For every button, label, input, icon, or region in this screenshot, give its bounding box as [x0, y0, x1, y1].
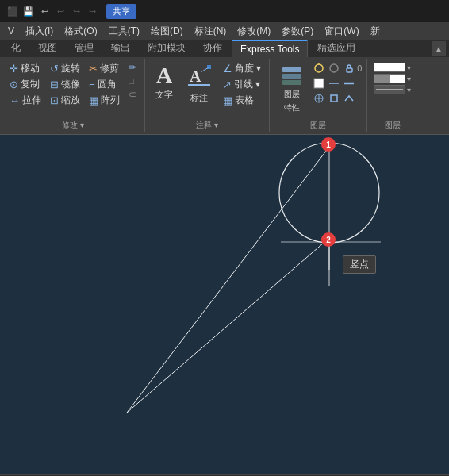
edit-btn2[interactable]: □	[125, 75, 140, 87]
move-button[interactable]: ✛ 移动	[6, 61, 44, 76]
menu-item-tools[interactable]: 工具(T)	[104, 23, 144, 40]
fillet-icon: ⌐	[89, 79, 95, 90]
layer-icon5[interactable]	[327, 91, 341, 106]
fillet-button[interactable]: ⌐ 圆角	[86, 77, 123, 92]
lineweight-box[interactable]	[374, 85, 405, 94]
tab-output[interactable]: 输出	[103, 38, 138, 57]
edit-btn3[interactable]: ⊂	[125, 88, 140, 101]
mark-button[interactable]: A 标注	[182, 61, 217, 107]
color-arrow[interactable]: ▾	[407, 63, 411, 72]
layer-row3	[312, 91, 362, 106]
svg-rect-3	[207, 65, 211, 69]
svg-point-9	[330, 64, 338, 72]
tab-collab[interactable]: 协作	[195, 38, 230, 57]
light-off-icon	[328, 63, 340, 74]
tab-express[interactable]: Express Tools	[232, 40, 308, 57]
layer-props-icon	[281, 64, 303, 86]
menu-item-format[interactable]: 格式(O)	[59, 23, 102, 40]
undo-arrow-icon[interactable]: ↩	[54, 5, 67, 17]
undo-icon[interactable]: ↩	[38, 5, 51, 17]
mirror-icon: ⊟	[50, 79, 59, 90]
mark-icon: A	[186, 64, 212, 90]
leader-button[interactable]: ↗ 引线 ▾	[220, 77, 264, 92]
svg-line-18	[127, 147, 329, 413]
edit-icon2: □	[129, 75, 134, 86]
table-button[interactable]: ▦ 表格	[220, 93, 264, 108]
layer-icon3[interactable]	[342, 61, 356, 75]
match-layer-icon	[343, 93, 355, 104]
tab-apps[interactable]: 精选应用	[309, 38, 363, 57]
array-button[interactable]: ▦ 阵列	[86, 93, 123, 108]
ribbon-tabs: 化 视图 管理 输出 附加模块 协作 Express Tools 精选应用 ▲	[0, 40, 449, 57]
text-button[interactable]: A 文字	[150, 61, 178, 104]
menu-item-insert[interactable]: 插入(I)	[21, 23, 58, 40]
text-icon: A	[156, 64, 172, 86]
layer-props-button[interactable]: 图层 特性	[274, 61, 309, 117]
redo-arrow-icon[interactable]: ↪	[86, 5, 98, 17]
ribbon-content: ✛ 移动 ⊙ 复制 ↔ 拉伸 ↺ 旋转	[0, 57, 449, 134]
redo-icon[interactable]: ↪	[70, 5, 83, 17]
menu-item-v[interactable]: V	[3, 24, 19, 38]
layer-icon2[interactable]	[327, 61, 341, 75]
layer-color-btn[interactable]	[312, 76, 326, 90]
layer-icon6[interactable]	[342, 91, 356, 106]
copy-icon: ⊙	[10, 79, 18, 90]
ribbon-collapse-btn[interactable]: ▲	[432, 41, 446, 56]
color-white-box[interactable]	[374, 63, 405, 72]
save-icon[interactable]: 💾	[22, 5, 35, 17]
lineweight-icon	[343, 78, 355, 89]
menu-item-params[interactable]: 参数(P)	[277, 23, 318, 40]
properties-group: ▾ ▾ ▾ 图层	[369, 60, 417, 132]
layer-icon1[interactable]	[312, 61, 326, 75]
tab-addons[interactable]: 附加模块	[140, 38, 194, 57]
tab-view[interactable]: 视图	[30, 38, 65, 57]
snap-tooltip: 竖点	[343, 255, 376, 274]
layer-sub-icons: 0	[312, 61, 362, 106]
trim-button[interactable]: ✂ 修剪	[86, 61, 123, 76]
svg-text:A: A	[190, 67, 201, 85]
mirror-button[interactable]: ⊟ 镜像	[47, 77, 83, 92]
modify-col4: ✏ □ ⊂	[125, 61, 140, 108]
linetype-arrow[interactable]: ▾	[407, 75, 411, 83]
rotate-button[interactable]: ↺ 旋转	[47, 61, 83, 76]
app-icon: ⬛	[6, 5, 19, 17]
modify-col2: ↺ 旋转 ⊟ 镜像 ⊡ 缩放	[47, 61, 83, 108]
scale-button[interactable]: ⊡ 缩放	[47, 93, 83, 108]
stretch-button[interactable]: ↔ 拉伸	[6, 93, 44, 108]
annotation-group-title: 注释 ▾	[196, 118, 218, 131]
modify-col3: ✂ 修剪 ⌐ 圆角 ▦ 阵列	[86, 61, 123, 108]
layer-group: 图层 特性 0	[271, 60, 367, 132]
layer-row2	[312, 76, 362, 90]
trim-icon: ✂	[89, 63, 98, 75]
properties-content: ▾ ▾ ▾	[372, 61, 413, 96]
lineweight-arrow[interactable]: ▾	[407, 86, 411, 94]
lock-icon	[343, 63, 355, 74]
isolate-icon	[328, 93, 340, 104]
prop-row1: ▾	[374, 63, 411, 72]
layer-row1: 0	[312, 61, 362, 75]
linetype-box[interactable]	[374, 74, 405, 83]
edit-btn1[interactable]: ✏	[125, 61, 140, 74]
title-icons: ⬛ 💾 ↩ ↩ ↪ ↪	[6, 5, 98, 17]
angle-button[interactable]: ∠ 角度 ▾	[220, 61, 264, 76]
menu-item-draw[interactable]: 绘图(D)	[146, 23, 188, 40]
share-button[interactable]: 共享	[106, 4, 136, 19]
menu-item-dimension[interactable]: 标注(N)	[190, 23, 232, 40]
menu-item-modify[interactable]: 修改(M)	[232, 23, 275, 40]
menu-item-new[interactable]: 新	[366, 23, 385, 40]
edit-icon1: ✏	[129, 62, 136, 73]
menu-item-window[interactable]: 窗口(W)	[320, 23, 363, 40]
tab-manage[interactable]: 管理	[67, 38, 102, 57]
svg-rect-17	[331, 95, 337, 102]
layer-line1-btn[interactable]	[327, 76, 341, 90]
ribbon: 化 视图 管理 输出 附加模块 协作 Express Tools 精选应用 ▲ …	[0, 40, 449, 135]
svg-point-7	[315, 64, 323, 72]
canvas-svg	[0, 135, 449, 474]
move-icon: ✛	[10, 63, 18, 75]
svg-rect-10	[347, 68, 352, 72]
tab-hua[interactable]: 化	[3, 38, 29, 57]
layer-icon4[interactable]	[312, 91, 326, 106]
copy-button[interactable]: ⊙ 复制	[6, 77, 44, 92]
title-bar: ⬛ 💾 ↩ ↩ ↪ ↪ 共享	[0, 0, 449, 22]
layer-line2-btn[interactable]	[342, 76, 356, 90]
